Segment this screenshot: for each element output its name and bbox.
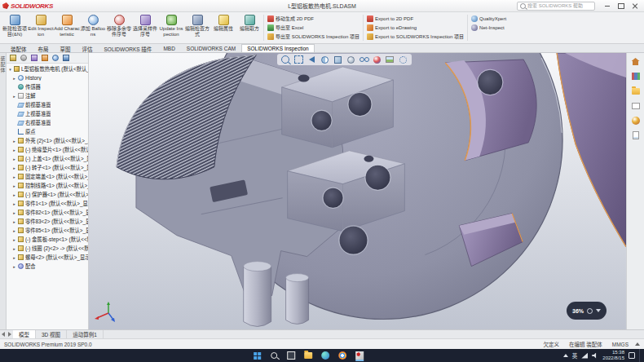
task-pane-tab[interactable] bbox=[630, 56, 642, 67]
expander-icon[interactable]: ▾ bbox=[8, 67, 12, 72]
close-button[interactable] bbox=[628, 1, 642, 11]
expander-icon[interactable]: ▸ bbox=[12, 76, 16, 81]
tray-expand-icon[interactable] bbox=[563, 354, 568, 357]
show-desktop-button[interactable] bbox=[639, 349, 642, 362]
manager-tab[interactable] bbox=[61, 54, 70, 62]
status-item[interactable]: MMGS bbox=[612, 342, 629, 347]
solidworks-icon[interactable] bbox=[354, 350, 365, 361]
document-tab[interactable]: 运动算例1 bbox=[67, 330, 104, 338]
maximize-button[interactable] bbox=[614, 1, 628, 11]
ribbon-button[interactable]: 编辑检查方式 bbox=[184, 13, 210, 42]
expander-icon[interactable]: ▸ bbox=[12, 237, 16, 242]
task-pane-tab[interactable] bbox=[630, 130, 642, 140]
solidworks-logo[interactable]: SOLIDWORKS bbox=[2, 2, 53, 10]
ribbon-button[interactable]: 添加 Balloons bbox=[80, 13, 106, 42]
ribbon-menu-item[interactable]: 导出至 Excel bbox=[267, 24, 359, 31]
collapsed-panel-tab[interactable]: 装配体 bbox=[0, 53, 7, 329]
document-tab[interactable]: 3D 视图 bbox=[36, 330, 67, 338]
ribbon-button[interactable]: Update Inspection bbox=[158, 13, 184, 42]
status-item[interactable]: 在编辑 装配体 bbox=[569, 340, 602, 348]
tree-item[interactable]: ▸ (-) 转子<1> (默认<<默认>_显示状态 1>) bbox=[7, 163, 88, 172]
manager-tab[interactable] bbox=[51, 54, 60, 62]
tree-item[interactable]: ▸ (-) 绝缘垫片<1> (默认<<默认>_显示状态 1>) bbox=[7, 145, 88, 154]
tree-item[interactable]: 右视基准面 bbox=[7, 118, 88, 127]
tree-item[interactable]: ▸ 零件83<2> (默认<<默认>_显示状态 1>) bbox=[7, 217, 88, 226]
heads-up-button[interactable] bbox=[333, 55, 343, 64]
expander-icon[interactable]: ▸ bbox=[12, 228, 16, 233]
clock[interactable]: 15:38 2022/8/15 bbox=[602, 350, 624, 361]
tree-item[interactable]: ▸ 固定端盖<1> (默认<<默认>_显示状态 1>) bbox=[7, 172, 88, 181]
heads-up-button[interactable] bbox=[385, 55, 395, 64]
scroll-left-icon[interactable] bbox=[0, 330, 7, 338]
expander-icon[interactable]: ▸ bbox=[12, 264, 16, 269]
ribbon-menu-item[interactable]: QualityXpert bbox=[471, 15, 506, 22]
tree-root-item[interactable]: ▾ L型铝板散热电机 (默认<默认_显示状态-1>) bbox=[7, 64, 88, 73]
command-tab[interactable]: MBD bbox=[157, 44, 180, 52]
ribbon-button[interactable]: 移除多余零件序号 bbox=[106, 13, 132, 42]
heads-up-button[interactable] bbox=[359, 55, 369, 64]
disc-hole-bottom[interactable] bbox=[339, 226, 368, 255]
command-tab[interactable]: 评估 bbox=[77, 44, 99, 52]
notification-icon[interactable] bbox=[629, 352, 635, 359]
expander-icon[interactable]: ▸ bbox=[12, 183, 16, 188]
manager-tab[interactable] bbox=[19, 54, 28, 62]
task-pane-tab[interactable] bbox=[630, 115, 642, 126]
tree-item[interactable]: 前视基准面 bbox=[7, 100, 88, 109]
tree-item[interactable]: ▸ History bbox=[7, 73, 88, 82]
command-tab[interactable]: 布局 bbox=[33, 44, 55, 52]
expander-icon[interactable]: ▸ bbox=[12, 201, 16, 206]
status-expand-icon[interactable] bbox=[635, 342, 640, 346]
expander-icon[interactable]: ▸ bbox=[12, 166, 16, 170]
heads-up-button[interactable] bbox=[307, 55, 317, 64]
task-pane-tab[interactable] bbox=[630, 100, 642, 111]
tree-item[interactable]: ▸ (-) 线圈 (2)<2> -> (默认<<默认>_显示状态 1>) bbox=[7, 244, 88, 253]
heads-up-button[interactable] bbox=[346, 55, 356, 64]
tree-item[interactable]: 原点 bbox=[7, 127, 88, 136]
ribbon-button[interactable]: Add Characteristic bbox=[54, 13, 80, 42]
search-icon[interactable] bbox=[268, 350, 280, 361]
document-tab[interactable]: 模型 bbox=[13, 330, 36, 338]
tree-item[interactable]: ▸ (-) 保护器<1> (默认<<默认>_显示状态 1>) bbox=[7, 190, 88, 199]
tree-item[interactable]: ▸ (-) 金属板-step<1> (默认<<默认>_显示状态 1>) bbox=[7, 235, 88, 244]
command-tab[interactable]: 装配体 bbox=[5, 44, 33, 52]
ribbon-button[interactable]: Edit Inspection bbox=[28, 13, 54, 42]
ribbon-button[interactable]: 新建检查项目(&N) bbox=[2, 13, 28, 42]
expander-icon[interactable]: ▸ bbox=[12, 94, 16, 99]
task-pane-tab[interactable] bbox=[630, 86, 642, 96]
tree-item[interactable]: ▸ 螺母<2> (默认<<默认>_显示状态-1>) bbox=[7, 253, 88, 262]
tree-item[interactable]: ▸ (-) 上盖<1> (默认<<默认>_显示状态 1>) bbox=[7, 154, 88, 163]
disc-hole-top[interactable] bbox=[477, 69, 503, 95]
heads-up-button[interactable] bbox=[320, 55, 330, 64]
ribbon-menu-item[interactable]: Export to 2D PDF bbox=[367, 15, 464, 22]
heads-up-button[interactable] bbox=[372, 55, 382, 64]
expander-icon[interactable]: ▸ bbox=[12, 148, 16, 152]
expander-icon[interactable]: ▸ bbox=[12, 192, 16, 197]
ribbon-menu-item[interactable]: Export to SOLIDWORKS Inspection 项目 bbox=[367, 33, 464, 40]
help-search-box[interactable] bbox=[517, 2, 595, 11]
expander-icon[interactable]: ▸ bbox=[12, 255, 16, 260]
tree-item[interactable]: ▸ 零件82<1> (默认<<默认>_显示状态 1>) bbox=[7, 208, 88, 217]
tree-item[interactable]: ▸ 零件85<1> (默认<<默认>_显示状态 1>) bbox=[7, 226, 88, 235]
heads-up-button[interactable] bbox=[293, 55, 304, 64]
minimize-button[interactable] bbox=[600, 1, 614, 11]
browser-icon[interactable] bbox=[337, 350, 348, 361]
search-input[interactable] bbox=[527, 3, 592, 8]
ribbon-menu-item[interactable]: 导出至 SOLIDWORKS Inspection 项目 bbox=[267, 33, 359, 40]
3d-model-scene[interactable] bbox=[89, 53, 626, 329]
ribbon-menu-item[interactable]: Export to eDrawing bbox=[367, 24, 464, 31]
tree-item[interactable]: ▸ 零件1<1> (默认<<默认>_显示状态-1>) bbox=[7, 199, 88, 208]
input-language-indicator[interactable]: 英 bbox=[572, 351, 578, 360]
status-item[interactable]: 欠定义 bbox=[543, 340, 559, 348]
command-tab[interactable]: SOLIDWORKS 插件 bbox=[99, 44, 158, 52]
expander-icon[interactable]: ▸ bbox=[12, 219, 16, 224]
command-tab[interactable]: SOLIDWORKS Inspection bbox=[241, 44, 315, 52]
network-icon[interactable] bbox=[581, 353, 588, 359]
ribbon-button[interactable]: 选择采样件序号 bbox=[132, 13, 158, 42]
graphics-area[interactable]: 36% bbox=[89, 53, 626, 329]
manager-tab[interactable] bbox=[8, 54, 17, 62]
expander-icon[interactable]: ▸ bbox=[12, 246, 16, 251]
scroll-right-icon[interactable] bbox=[7, 330, 13, 338]
tree-item[interactable]: 上视基准面 bbox=[7, 109, 88, 118]
expander-icon[interactable]: ▸ bbox=[12, 139, 16, 143]
command-tab[interactable]: 草图 bbox=[55, 44, 77, 52]
